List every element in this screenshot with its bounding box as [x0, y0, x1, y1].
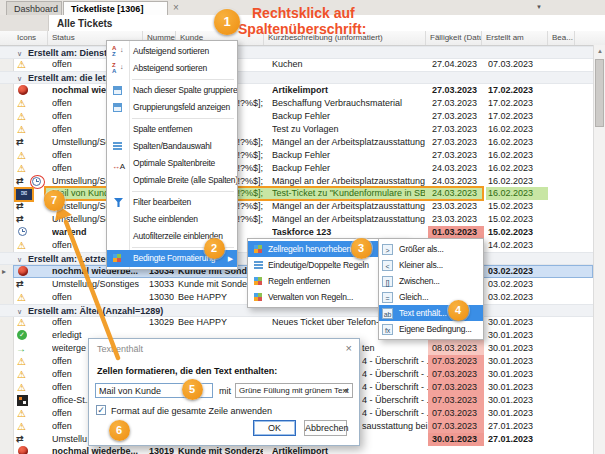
- due-date-cell: 27.03.2023: [428, 149, 484, 162]
- created-date-cell: 15.02.2023: [488, 213, 548, 226]
- format-style-select[interactable]: Grüne Füllung mit grünem Text▼: [235, 383, 353, 398]
- menu-item-nach-dieser-spalte-gruppieren[interactable]: Nach dieser Spalte gruppieren: [107, 82, 237, 99]
- step-badge-6: 6: [109, 420, 130, 441]
- created-date-cell: 17.02.2023: [488, 97, 548, 110]
- cellrule-item-zwischen[interactable]: []Zwischen...: [379, 273, 483, 289]
- menu-item-spalten-bandauswahl[interactable]: Spalten/Bandauswahl: [107, 138, 237, 155]
- chevron-down-icon: ▼: [343, 384, 350, 398]
- table-row[interactable]: ⇄Umstellung/Son...!?%$];Mängel an der Ar…: [0, 213, 605, 226]
- swap-arrows-icon: ⇄: [16, 136, 24, 149]
- menu-item-optimale-spaltenbreite[interactable]: ↔AOptimale Spaltenbreite: [107, 155, 237, 172]
- menu-item-label: Filter bearbeiten: [133, 197, 191, 207]
- group-row[interactable]: ∨Erstellt am: Diensta: [0, 46, 605, 59]
- escalation-icon: [18, 85, 28, 95]
- column-header-icons[interactable]: Icons: [13, 31, 48, 45]
- best-fit-icon: ↔A: [112, 158, 125, 172]
- warning-icon: ⚠: [17, 368, 26, 381]
- cancel-button[interactable]: Abbrechen: [304, 420, 347, 436]
- column-header-bea[interactable]: Bea...: [548, 31, 575, 45]
- table-row[interactable]: ⇄Umstellung/Son...!?%$];Mängel an der Ar…: [0, 200, 605, 213]
- cellrule-item-kleiner-als[interactable]: <Kleiner als...: [379, 257, 483, 273]
- swap-arrows-icon: ⇄: [16, 278, 24, 291]
- description-cell: Mängel an der Arbeitsplatzausstattung be…: [272, 213, 425, 226]
- ok-button[interactable]: OK: [253, 420, 296, 436]
- description-cell: Backup Fehler: [272, 149, 425, 162]
- cellrule-item-gleich[interactable]: =Gleich...: [379, 289, 483, 305]
- table-row[interactable]: ⚠offenBackup Fehler27.03.202317.02.2023: [0, 110, 605, 123]
- menu-item-spalte-entfernen[interactable]: Spalte entfernen: [107, 121, 237, 138]
- panel-edge: [0, 15, 49, 31]
- vertical-scrollbar[interactable]: ▲: [593, 45, 605, 454]
- conditional-format-icon: [254, 245, 262, 253]
- menu-item-optimale-breite-alle-spalten[interactable]: Optimale Breite (alle Spalten): [107, 172, 237, 189]
- tab-ticketliste[interactable]: Ticketliste [1306]: [63, 1, 168, 16]
- cellrule-item-eigene-bedingung[interactable]: fxEigene Bedingung...: [379, 321, 483, 337]
- created-date-cell: 30.01.2023: [488, 355, 548, 368]
- sort-descending-icon: ZA↓: [112, 62, 119, 74]
- submenu-arrow-icon: ▶: [228, 250, 233, 267]
- table-row[interactable]: ⚠offenKuchen27.04.202307.03.2023: [0, 58, 605, 71]
- menu-item-label: Spalte entfernen: [133, 124, 192, 134]
- scroll-up-icon[interactable]: ▲: [596, 47, 604, 56]
- ticket-number-cell: 13030: [143, 291, 174, 304]
- table-row[interactable]: ⚠offen!?%$];Beschaffung Verbrauchsmateri…: [0, 97, 605, 110]
- due-date-cell: 27.03.2023: [428, 123, 484, 136]
- created-date-cell: 16.02.2023: [488, 136, 548, 149]
- table-row[interactable]: nochmal wiederbe...13019Kunde mit Sonder…: [0, 445, 605, 454]
- due-date-cell: 07.03.2023: [428, 355, 484, 368]
- table-row[interactable]: ⚠offen!?%$];Backup Fehler27.03.202316.02…: [0, 149, 605, 162]
- description-cell: Beschaffung Verbrauchsmaterial: [272, 97, 425, 110]
- created-date-cell: 30.01.2023: [488, 407, 548, 420]
- rule-type-icon: =: [382, 292, 393, 303]
- table-row[interactable]: ⚠offenTest zu Vorlagen27.03.202316.02.20…: [0, 123, 605, 136]
- menu-item-label: Eigene Bedingung...: [399, 324, 472, 334]
- created-date-cell: 16.02.2023: [488, 175, 548, 188]
- menu-item-label: Text enthält...: [399, 308, 447, 318]
- table-row[interactable]: ⚠offen13029Bee HAPPYNeues Ticket über Te…: [0, 316, 605, 329]
- warning-icon: ⚠: [17, 97, 26, 110]
- scrollbar-thumb[interactable]: [595, 59, 604, 127]
- due-date-cell: 07.03.2023: [428, 407, 484, 420]
- menu-item-suche-einblenden[interactable]: Suche einblenden: [107, 211, 237, 228]
- menu-item-aufsteigend-sortieren[interactable]: AZ↓Aufsteigend sortieren: [107, 43, 237, 60]
- description-cell: Test zu Vorlagen: [272, 123, 425, 136]
- ticket-number-cell: 13019: [143, 445, 174, 454]
- due-date-cell: 07.03.2023: [428, 368, 484, 381]
- created-date-cell: 27.01.2023: [488, 420, 548, 433]
- cellrule-item-größer-als[interactable]: >Größer als...: [379, 241, 483, 257]
- apply-whole-row-checkbox[interactable]: ✓: [96, 405, 106, 415]
- menu-item-filter-bearbeiten[interactable]: Filter bearbeiten: [107, 194, 237, 211]
- conditional-format-icon: [113, 254, 121, 262]
- swap-arrows-icon: ⇄: [16, 433, 24, 446]
- close-icon[interactable]: ×: [346, 342, 352, 354]
- swap-arrows-icon: ⇄: [16, 200, 24, 213]
- group-row[interactable]: ∨Erstellt am: die letzt: [0, 71, 605, 84]
- created-date-cell: 03.02.2023: [488, 291, 548, 304]
- table-row[interactable]: ✉Mail von Kunde!?%$];Test-Ticket zu "Kun…: [0, 187, 605, 200]
- created-date-cell: 15.02.2023: [488, 226, 548, 239]
- table-row[interactable]: nochmal wied...Artikelimport27.03.202317…: [0, 84, 605, 97]
- created-date-cell: 03.02.2023: [488, 265, 548, 278]
- warning-icon: ⚠: [17, 110, 26, 123]
- column-header-erstellt-am[interactable]: Erstellt am: [482, 31, 548, 45]
- tab-dashboard[interactable]: Dashboard: [6, 1, 62, 15]
- column-header-f-lligkeit-datum[interactable]: Fälligkeit (Datum): [426, 31, 482, 45]
- menu-item-label: Optimale Breite (alle Spalten): [133, 175, 237, 185]
- format-style-value: Grüne Füllung mit grünem Text: [239, 386, 349, 395]
- customer-cell: Kunde mit Sonderzeichen s !?...: [178, 445, 263, 454]
- table-row[interactable]: ⚠offen!?%$];Backup Fehler24.03.202316.02…: [0, 162, 605, 175]
- menu-item-gruppierungsfeld-anzeigen[interactable]: Gruppierungsfeld anzeigen: [107, 99, 237, 116]
- created-date-cell: 16.02.2023: [488, 149, 548, 162]
- menu-item-absteigend-sortieren[interactable]: ZA↓Absteigend sortieren: [107, 60, 237, 77]
- menu-item-label: Optimale Spaltenbreite: [133, 158, 215, 168]
- column-context-menu: AZ↓Aufsteigend sortierenZA↓Absteigend so…: [106, 40, 238, 270]
- warning-icon: ⚠: [17, 381, 26, 394]
- red-circle-annotation: [30, 175, 45, 189]
- tab-close-icon[interactable]: ×: [170, 2, 182, 14]
- row-expand-icon[interactable]: ▸: [2, 265, 6, 278]
- warning-icon: ⚠: [17, 407, 26, 420]
- table-row[interactable]: ⇄Umstellung/Son...!?%$];Mängel an der Ar…: [0, 136, 605, 149]
- rule-type-icon: []: [382, 276, 393, 287]
- escalation-icon: [18, 266, 28, 276]
- rule-type-icon: fx: [382, 324, 393, 335]
